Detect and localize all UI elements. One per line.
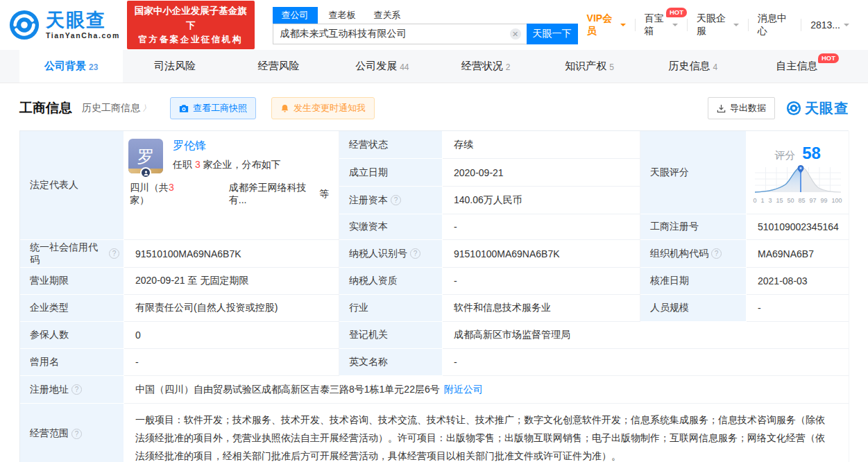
notify-change-button[interactable]: 发生变更时通知我: [271, 97, 375, 119]
tianyancha-watermark: 天眼查: [786, 99, 849, 118]
chevron-down-icon: [620, 24, 626, 29]
tab-operation-risk[interactable]: 经营风险: [227, 50, 330, 83]
value-english-name: -: [443, 349, 849, 376]
tianyancha-logo-icon: [786, 101, 801, 116]
label-registered-address: 注册地址: [20, 376, 124, 404]
value-approval-date: 2021-08-03: [747, 268, 849, 295]
chevron-down-icon: [844, 24, 849, 29]
search-tab-boss[interactable]: 查老板: [322, 7, 363, 24]
score-distribution-chart: [754, 163, 842, 196]
value-registered-capital: 140.06万人民币: [443, 187, 640, 214]
legal-rep-name-link[interactable]: 罗伦锋: [173, 139, 206, 151]
menu-toolbox[interactable]: HOT 百宝箱: [635, 19, 687, 31]
tyc-score-cell[interactable]: 评分 58: [747, 131, 849, 214]
related-company-link[interactable]: 成都斧王网络科技有...: [229, 182, 319, 207]
legal-rep-tenure: 任职 3 家企业，分布如下: [173, 159, 281, 171]
tab-judicial-risk[interactable]: 司法风险: [123, 50, 226, 83]
label-taxpayer-qualification: 纳税人资质: [339, 268, 443, 295]
chevron-right-icon: [142, 102, 151, 114]
chevron-down-icon: [672, 24, 678, 29]
value-operating-status: 存续: [443, 131, 640, 159]
label-org-code: 组织机构代码: [640, 240, 747, 268]
page-title: 工商信息: [19, 99, 72, 117]
value-org-code: MA69NA6B7: [747, 240, 849, 268]
label-english-name: 英文名称: [339, 349, 443, 376]
value-former-name: -: [124, 349, 339, 376]
menu-enterprise-service[interactable]: 天眼企服: [687, 19, 748, 31]
search-area: 查公司 查老板 查关系 ✕ 天眼一下: [273, 6, 578, 44]
label-taxpayer-id: 纳税人识别号: [339, 240, 443, 268]
label-business-term: 营业期限: [20, 268, 124, 295]
label-staff-size: 人员规模: [640, 295, 747, 322]
score-value: 58: [802, 144, 821, 163]
brand-domain: TianYanCha.com: [46, 32, 120, 40]
help-icon[interactable]: [109, 248, 119, 259]
value-registration-number: 510109002345164: [747, 214, 849, 240]
avatar-badge-icon: [140, 167, 151, 178]
value-establish-date: 2020-09-21: [443, 159, 640, 187]
tab-history-info[interactable]: 历史信息4: [641, 50, 744, 83]
menu-message-center[interactable]: 消息中心: [748, 19, 801, 31]
user-menu: VIP会员 HOT 百宝箱 天眼企服 消息中心 2813...: [578, 19, 858, 31]
help-icon[interactable]: [410, 248, 420, 259]
hot-badge: HOT: [818, 53, 839, 63]
label-paid-capital: 实缴资本: [339, 214, 443, 240]
label-insured-count: 参保人数: [20, 322, 124, 349]
export-data-button[interactable]: 导出数据: [708, 97, 775, 119]
value-business-term: 2020-09-21 至 无固定期限: [124, 268, 339, 295]
tianyancha-logo-icon: [8, 9, 40, 41]
help-icon[interactable]: [71, 429, 82, 439]
value-staff-size: -: [747, 295, 849, 322]
region-stat: 四川（共3家）: [130, 182, 190, 207]
tab-company-background[interactable]: 公司背景23: [19, 50, 123, 83]
label-former-name: 曾用名: [20, 349, 124, 376]
label-registration-number: 工商注册号: [640, 214, 747, 240]
help-icon[interactable]: [711, 248, 722, 259]
search-tab-relation[interactable]: 查关系: [367, 7, 408, 24]
tab-company-development[interactable]: 公司发展44: [330, 50, 434, 83]
value-paid-capital: -: [443, 214, 640, 240]
score-axis-ticks: 0131550859799100: [754, 197, 842, 204]
value-uscc: 91510100MA69NA6B7K: [124, 240, 339, 268]
tianyancha-logo[interactable]: 天眼查 TianYanCha.com: [8, 9, 120, 41]
label-legal-rep: 法定代表人: [20, 131, 124, 240]
label-establish-date: 成立日期: [339, 159, 443, 187]
value-insured-count: 0: [124, 322, 339, 349]
value-taxpayer-qualification: -: [443, 268, 640, 295]
nearby-companies-link[interactable]: 附近公司: [444, 384, 483, 396]
snapshot-button[interactable]: 查看工商快照: [170, 97, 256, 119]
tab-intellectual-property[interactable]: 知识产权5: [538, 50, 641, 83]
camera-icon: [179, 104, 189, 113]
value-registration-authority: 成都高新区市场监督管理局: [443, 322, 849, 349]
search-input[interactable]: [273, 24, 527, 44]
search-button[interactable]: 天眼一下: [527, 24, 578, 44]
search-tab-company[interactable]: 查公司: [273, 7, 318, 24]
help-icon[interactable]: [71, 384, 82, 395]
label-uscc: 统一社会信用代码: [20, 240, 124, 268]
hot-badge: HOT: [666, 8, 687, 17]
section-nav: 公司背景23 司法风险 经营风险 公司发展44 经营状况2 知识产权5 历史信息…: [0, 50, 868, 83]
business-info-toolbar: 工商信息 历史工商信息 查看工商快照 发生变更时通知我 导出数据: [0, 96, 868, 121]
legal-rep-cell: 罗 罗伦锋 任职 3 家企业，分布如下 四川（共3家） 成都斧王网络科技有...…: [124, 131, 339, 240]
business-info-table: 法定代表人 罗 罗伦锋 任职 3 家企业，分布如下 四川（共3家） 成都斧王网络…: [19, 130, 849, 462]
more-label: 等: [319, 188, 329, 200]
value-business-scope: 一般项目：软件开发；技术服务、技术开发、技术咨询、技术交流、技术转让、技术推广；…: [124, 404, 849, 462]
download-icon: [717, 104, 726, 113]
label-company-type: 企业类型: [20, 295, 124, 322]
label-registration-authority: 登记机关: [339, 322, 443, 349]
brand-name: 天眼查: [46, 10, 120, 30]
label-registered-capital: 注册资本: [339, 187, 443, 214]
help-icon[interactable]: [391, 195, 401, 205]
tab-self-published-info[interactable]: 自主信息 HOT: [745, 50, 849, 83]
label-approval-date: 核准日期: [640, 268, 747, 295]
label-industry: 行业: [339, 295, 443, 322]
history-business-info-link[interactable]: 历史工商信息: [82, 102, 151, 114]
avatar[interactable]: 罗: [128, 139, 163, 173]
clear-icon[interactable]: ✕: [510, 28, 521, 40]
menu-account[interactable]: 2813...: [801, 19, 858, 31]
menu-vip[interactable]: VIP会员: [578, 19, 635, 31]
value-registered-address: 中国（四川）自由贸易试验区成都高新区吉泰三路8号1栋1单元22层6号 附近公司: [124, 376, 849, 404]
label-business-scope: 经营范围: [20, 404, 124, 462]
top-header: 天眼查 TianYanCha.com 国家中小企业发展子基金旗下 官方备案企业征…: [0, 0, 868, 50]
tab-operating-status[interactable]: 经营状况2: [434, 50, 538, 83]
